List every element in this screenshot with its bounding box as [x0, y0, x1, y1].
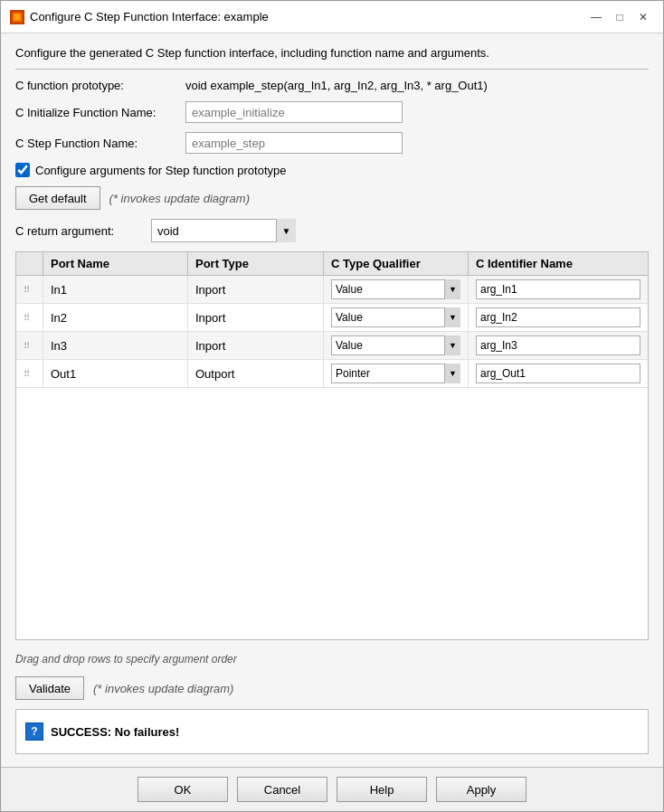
port-type-cell: Inport [188, 304, 324, 331]
port-type-value: Outport [195, 367, 234, 381]
port-name-value: Out1 [51, 367, 76, 381]
apply-button[interactable]: Apply [436, 777, 526, 802]
footer: OK Cancel Help Apply [1, 767, 663, 811]
app-icon [10, 10, 24, 24]
description-text: Configure the generated C Step function … [15, 46, 649, 70]
qualifier-cell: ValuePointerConst Pointer ▼ [324, 304, 469, 331]
ports-table: Port Name Port Type C Type Qualifier C I… [15, 251, 649, 640]
step-name-label: C Step Function Name: [15, 137, 178, 150]
return-arg-row: C return argument: void int double float… [15, 219, 649, 242]
table-header: Port Name Port Type C Type Qualifier C I… [16, 252, 648, 276]
col-header-qualifier: C Type Qualifier [324, 252, 469, 275]
success-icon: ? [25, 722, 43, 741]
qualifier-cell: ValuePointerConst Pointer ▼ [324, 360, 469, 387]
port-type-cell: Inport [188, 332, 324, 359]
port-name-cell: In2 [43, 304, 188, 331]
return-arg-select-wrapper: void int double float ▼ [151, 219, 296, 242]
init-name-row: C Initialize Function Name: [15, 101, 649, 123]
port-type-value: Inport [195, 311, 225, 325]
prototype-value: void example_step(arg_In1, arg_In2, arg_… [185, 79, 488, 92]
configure-args-checkbox[interactable] [15, 163, 30, 177]
qualifier-select-wrapper: ValuePointerConst Pointer ▼ [331, 364, 460, 383]
drag-handle-cell[interactable]: ⠿ [16, 332, 43, 359]
qualifier-cell: ValuePointerConst Pointer ▼ [324, 276, 469, 303]
identifier-input[interactable] [476, 279, 640, 299]
identifier-input[interactable] [476, 307, 640, 327]
table-row: ⠿ In3 Inport ValuePointerConst Pointer ▼ [16, 332, 648, 360]
close-button[interactable]: ✕ [632, 6, 654, 28]
return-arg-select[interactable]: void int double float [151, 219, 296, 242]
identifier-input[interactable] [476, 364, 640, 383]
qualifier-select-wrapper: ValuePointerConst Pointer ▼ [331, 335, 460, 355]
port-name-value: In1 [51, 283, 67, 297]
main-window: Configure C Step Function Interface: exa… [0, 0, 664, 812]
success-box: ? SUCCESS: No failures! [15, 709, 649, 754]
port-name-cell: In3 [43, 332, 188, 359]
prototype-label: C function prototype: [15, 79, 178, 92]
drag-handle-cell[interactable]: ⠿ [16, 360, 43, 387]
window-title: Configure C Step Function Interface: exa… [30, 10, 269, 24]
col-header-port-name: Port Name [43, 252, 188, 275]
step-name-input[interactable] [185, 132, 403, 154]
get-default-note: (* invokes update diagram) [109, 192, 250, 205]
drag-handle-icon: ⠿ [24, 285, 28, 295]
init-name-label: C Initialize Function Name: [15, 106, 178, 119]
qualifier-select-wrapper: ValuePointerConst Pointer ▼ [331, 279, 460, 299]
identifier-input[interactable] [476, 335, 640, 355]
table-row: ⠿ In1 Inport ValuePointerConst Pointer ▼ [16, 276, 648, 304]
port-type-value: Inport [195, 283, 225, 297]
get-default-row: Get default (* invokes update diagram) [15, 186, 649, 210]
table-row: ⠿ In2 Inport ValuePointerConst Pointer ▼ [16, 304, 648, 332]
drag-handle-cell[interactable]: ⠿ [16, 276, 43, 303]
configure-args-label: Configure arguments for Step function pr… [35, 164, 287, 177]
content-area: Configure the generated C Step function … [1, 33, 663, 767]
table-body: ⠿ In1 Inport ValuePointerConst Pointer ▼ [16, 276, 648, 639]
qualifier-cell: ValuePointerConst Pointer ▼ [324, 332, 469, 359]
identifier-cell [469, 304, 648, 331]
validate-note: (* invokes update diagram) [93, 682, 233, 695]
svg-rect-2 [14, 14, 20, 20]
col-header-identifier: C Identifier Name [469, 252, 648, 275]
validate-button[interactable]: Validate [15, 676, 84, 700]
port-name-cell: Out1 [43, 360, 188, 387]
ok-button[interactable]: OK [138, 777, 228, 802]
identifier-cell [469, 332, 648, 359]
port-type-value: Inport [195, 339, 225, 353]
configure-args-row: Configure arguments for Step function pr… [15, 163, 649, 177]
drag-handle-cell[interactable]: ⠿ [16, 304, 43, 331]
col-header-port-type: Port Type [188, 252, 324, 275]
drag-handle-icon: ⠿ [24, 369, 28, 379]
prototype-row: C function prototype: void example_step(… [15, 79, 649, 92]
get-default-button[interactable]: Get default [15, 186, 100, 210]
success-text: SUCCESS: No failures! [51, 725, 179, 739]
port-name-cell: In1 [43, 276, 188, 303]
drag-hint-text: Drag and drop rows to specify argument o… [15, 649, 649, 667]
qualifier-select[interactable]: ValuePointerConst Pointer [331, 335, 460, 355]
titlebar-left: Configure C Step Function Interface: exa… [10, 10, 269, 24]
titlebar-controls: — □ ✕ [585, 6, 654, 28]
titlebar: Configure C Step Function Interface: exa… [1, 1, 663, 33]
drag-handle-icon: ⠿ [24, 341, 28, 351]
col-header-drag [16, 252, 43, 275]
identifier-cell [469, 360, 648, 387]
validate-row: Validate (* invokes update diagram) [15, 676, 649, 700]
qualifier-select[interactable]: ValuePointerConst Pointer [331, 307, 460, 327]
port-name-value: In3 [51, 339, 67, 353]
drag-handle-icon: ⠿ [24, 313, 28, 323]
return-arg-label: C return argument: [15, 224, 142, 238]
init-name-input[interactable] [185, 101, 403, 123]
maximize-button[interactable]: □ [609, 6, 631, 28]
qualifier-select[interactable]: ValuePointerConst Pointer [331, 279, 460, 299]
identifier-cell [469, 276, 648, 303]
cancel-button[interactable]: Cancel [237, 777, 327, 802]
port-name-value: In2 [51, 311, 67, 325]
port-type-cell: Inport [188, 276, 324, 303]
qualifier-select-wrapper: ValuePointerConst Pointer ▼ [331, 307, 460, 327]
minimize-button[interactable]: — [585, 6, 607, 28]
help-button[interactable]: Help [337, 777, 427, 802]
qualifier-select[interactable]: ValuePointerConst Pointer [331, 364, 460, 383]
step-name-row: C Step Function Name: [15, 132, 649, 154]
port-type-cell: Outport [188, 360, 324, 387]
table-row: ⠿ Out1 Outport ValuePointerConst Pointer… [16, 360, 648, 388]
